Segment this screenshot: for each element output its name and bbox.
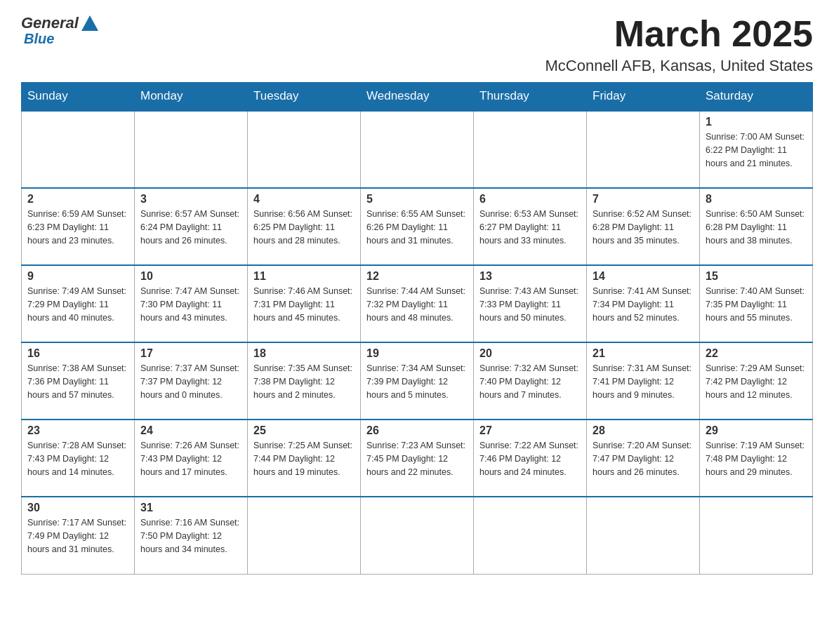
- day-number: 17: [140, 347, 241, 360]
- calendar-cell: [700, 497, 813, 574]
- day-number: 26: [366, 424, 468, 437]
- calendar-cell: 9Sunrise: 7:49 AM Sunset: 7:29 PM Daylig…: [22, 265, 135, 342]
- day-number: 22: [706, 347, 807, 360]
- calendar-week-row: 9Sunrise: 7:49 AM Sunset: 7:29 PM Daylig…: [22, 265, 813, 342]
- calendar-week-row: 23Sunrise: 7:28 AM Sunset: 7:43 PM Dayli…: [22, 420, 813, 497]
- day-number: 18: [253, 347, 355, 360]
- calendar-cell: [474, 497, 587, 574]
- calendar-cell: 12Sunrise: 7:44 AM Sunset: 7:32 PM Dayli…: [361, 265, 474, 342]
- calendar-cell: 22Sunrise: 7:29 AM Sunset: 7:42 PM Dayli…: [700, 342, 813, 420]
- calendar-cell: 18Sunrise: 7:35 AM Sunset: 7:38 PM Dayli…: [248, 342, 361, 420]
- day-of-week-header: Wednesday: [361, 82, 474, 111]
- day-info-text: Sunrise: 7:46 AM Sunset: 7:31 PM Dayligh…: [253, 285, 355, 324]
- day-info-text: Sunrise: 6:55 AM Sunset: 6:26 PM Dayligh…: [366, 208, 468, 247]
- day-info-text: Sunrise: 7:34 AM Sunset: 7:39 PM Dayligh…: [366, 362, 468, 401]
- calendar-header-row: SundayMondayTuesdayWednesdayThursdayFrid…: [22, 82, 813, 111]
- day-info-text: Sunrise: 6:52 AM Sunset: 6:28 PM Dayligh…: [593, 208, 694, 247]
- day-info-text: Sunrise: 7:44 AM Sunset: 7:32 PM Dayligh…: [366, 285, 468, 324]
- month-year-title: March 2025: [545, 14, 813, 54]
- calendar-cell: 24Sunrise: 7:26 AM Sunset: 7:43 PM Dayli…: [135, 420, 248, 497]
- day-number: 5: [366, 193, 468, 206]
- day-info-text: Sunrise: 6:50 AM Sunset: 6:28 PM Dayligh…: [706, 208, 807, 247]
- calendar-cell: [587, 497, 700, 574]
- calendar-cell: 6Sunrise: 6:53 AM Sunset: 6:27 PM Daylig…: [474, 188, 587, 265]
- day-number: 7: [593, 193, 694, 206]
- day-info-text: Sunrise: 7:37 AM Sunset: 7:37 PM Dayligh…: [140, 362, 241, 401]
- calendar-cell: 17Sunrise: 7:37 AM Sunset: 7:37 PM Dayli…: [135, 342, 248, 420]
- day-number: 10: [140, 270, 241, 283]
- calendar-cell: [248, 111, 361, 188]
- calendar-cell: 7Sunrise: 6:52 AM Sunset: 6:28 PM Daylig…: [587, 188, 700, 265]
- calendar-cell: 31Sunrise: 7:16 AM Sunset: 7:50 PM Dayli…: [135, 497, 248, 574]
- day-number: 1: [706, 116, 807, 128]
- day-info-text: Sunrise: 7:38 AM Sunset: 7:36 PM Dayligh…: [27, 362, 128, 401]
- calendar-cell: 8Sunrise: 6:50 AM Sunset: 6:28 PM Daylig…: [700, 188, 813, 265]
- calendar-cell: 16Sunrise: 7:38 AM Sunset: 7:36 PM Dayli…: [22, 342, 135, 420]
- day-number: 6: [479, 193, 581, 206]
- calendar-cell: 28Sunrise: 7:20 AM Sunset: 7:47 PM Dayli…: [587, 420, 700, 497]
- day-info-text: Sunrise: 6:59 AM Sunset: 6:23 PM Dayligh…: [27, 208, 128, 247]
- day-of-week-header: Friday: [587, 82, 700, 111]
- day-info-text: Sunrise: 7:20 AM Sunset: 7:47 PM Dayligh…: [593, 439, 694, 478]
- day-number: 23: [27, 424, 128, 437]
- day-info-text: Sunrise: 7:00 AM Sunset: 6:22 PM Dayligh…: [706, 130, 807, 170]
- logo-general-text: General: [21, 14, 79, 32]
- day-of-week-header: Monday: [135, 82, 248, 111]
- calendar-cell: 27Sunrise: 7:22 AM Sunset: 7:46 PM Dayli…: [474, 420, 587, 497]
- day-info-text: Sunrise: 7:23 AM Sunset: 7:45 PM Dayligh…: [366, 439, 468, 478]
- day-info-text: Sunrise: 7:25 AM Sunset: 7:44 PM Dayligh…: [253, 439, 355, 478]
- calendar-cell: [474, 111, 587, 188]
- calendar-cell: 10Sunrise: 7:47 AM Sunset: 7:30 PM Dayli…: [135, 265, 248, 342]
- day-info-text: Sunrise: 7:26 AM Sunset: 7:43 PM Dayligh…: [140, 439, 241, 478]
- day-info-text: Sunrise: 6:56 AM Sunset: 6:25 PM Dayligh…: [253, 208, 355, 247]
- day-info-text: Sunrise: 7:32 AM Sunset: 7:40 PM Dayligh…: [479, 362, 581, 401]
- calendar-cell: 14Sunrise: 7:41 AM Sunset: 7:34 PM Dayli…: [587, 265, 700, 342]
- day-info-text: Sunrise: 7:28 AM Sunset: 7:43 PM Dayligh…: [27, 439, 128, 478]
- day-info-text: Sunrise: 7:47 AM Sunset: 7:30 PM Dayligh…: [140, 285, 241, 324]
- calendar-cell: 25Sunrise: 7:25 AM Sunset: 7:44 PM Dayli…: [248, 420, 361, 497]
- day-number: 4: [253, 193, 355, 206]
- day-number: 2: [27, 193, 128, 206]
- day-number: 16: [27, 347, 128, 360]
- day-number: 9: [27, 270, 128, 283]
- calendar-week-row: 16Sunrise: 7:38 AM Sunset: 7:36 PM Dayli…: [22, 342, 813, 420]
- calendar-cell: [361, 497, 474, 574]
- day-number: 11: [253, 270, 355, 283]
- day-info-text: Sunrise: 7:35 AM Sunset: 7:38 PM Dayligh…: [253, 362, 355, 401]
- day-number: 20: [479, 347, 581, 360]
- calendar-cell: [587, 111, 700, 188]
- page-header: General Blue March 2025 McConnell AFB, K…: [21, 14, 813, 75]
- title-area: March 2025 McConnell AFB, Kansas, United…: [545, 14, 813, 75]
- calendar-cell: 20Sunrise: 7:32 AM Sunset: 7:40 PM Dayli…: [474, 342, 587, 420]
- calendar-cell: 29Sunrise: 7:19 AM Sunset: 7:48 PM Dayli…: [700, 420, 813, 497]
- day-info-text: Sunrise: 6:53 AM Sunset: 6:27 PM Dayligh…: [479, 208, 581, 247]
- day-number: 19: [366, 347, 468, 360]
- day-info-text: Sunrise: 7:40 AM Sunset: 7:35 PM Dayligh…: [706, 285, 807, 324]
- day-number: 14: [593, 270, 694, 283]
- day-info-text: Sunrise: 7:31 AM Sunset: 7:41 PM Dayligh…: [593, 362, 694, 401]
- day-number: 3: [140, 193, 241, 206]
- day-of-week-header: Sunday: [22, 82, 135, 111]
- day-of-week-header: Tuesday: [248, 82, 361, 111]
- day-info-text: Sunrise: 7:17 AM Sunset: 7:49 PM Dayligh…: [27, 516, 128, 556]
- day-number: 12: [366, 270, 468, 283]
- day-number: 30: [27, 502, 128, 514]
- calendar-cell: 5Sunrise: 6:55 AM Sunset: 6:26 PM Daylig…: [361, 188, 474, 265]
- calendar-cell: [361, 111, 474, 188]
- day-info-text: Sunrise: 6:57 AM Sunset: 6:24 PM Dayligh…: [140, 208, 241, 247]
- calendar-cell: [248, 497, 361, 574]
- calendar-cell: 30Sunrise: 7:17 AM Sunset: 7:49 PM Dayli…: [22, 497, 135, 574]
- day-info-text: Sunrise: 7:41 AM Sunset: 7:34 PM Dayligh…: [593, 285, 694, 324]
- day-number: 27: [479, 424, 581, 437]
- calendar-cell: [22, 111, 135, 188]
- location-subtitle: McConnell AFB, Kansas, United States: [545, 57, 813, 75]
- day-number: 25: [253, 424, 355, 437]
- day-number: 8: [706, 193, 807, 206]
- calendar-week-row: 30Sunrise: 7:17 AM Sunset: 7:49 PM Dayli…: [22, 497, 813, 574]
- day-number: 29: [706, 424, 807, 437]
- calendar-week-row: 2Sunrise: 6:59 AM Sunset: 6:23 PM Daylig…: [22, 188, 813, 265]
- logo-triangle-icon: [81, 15, 98, 31]
- day-info-text: Sunrise: 7:19 AM Sunset: 7:48 PM Dayligh…: [706, 439, 807, 478]
- day-info-text: Sunrise: 7:22 AM Sunset: 7:46 PM Dayligh…: [479, 439, 581, 478]
- calendar-cell: 4Sunrise: 6:56 AM Sunset: 6:25 PM Daylig…: [248, 188, 361, 265]
